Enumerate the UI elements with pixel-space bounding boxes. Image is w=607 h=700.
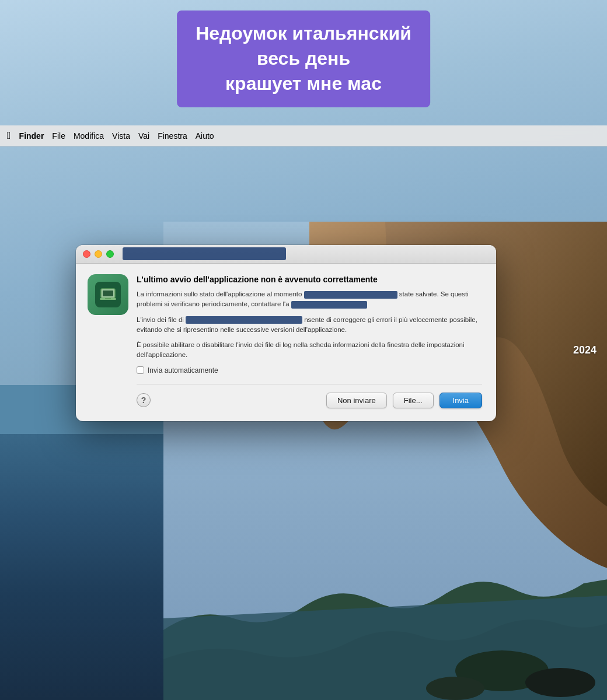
file-button[interactable]: File... [393,393,434,408]
svg-point-3 [426,677,484,700]
minimize-button[interactable] [95,250,102,258]
menubar-vai[interactable]: Vai [138,131,149,141]
censor-2 [291,301,367,309]
dialog-para3: È possibile abilitare o disabilitare l'i… [137,340,482,360]
titlebar-censor [123,247,286,260]
close-button[interactable] [83,250,90,258]
menubar-vista[interactable]: Vista [112,131,130,141]
desktop: 2024 Недоумок итальянский весь день краш… [0,0,607,700]
svg-rect-7 [105,298,111,299]
checkbox-row: Invia automaticamente [137,366,482,374]
auto-send-checkbox[interactable] [137,366,144,374]
menubar-aiuto[interactable]: Aiuto [196,131,214,141]
non-inviare-button[interactable]: Non inviare [326,393,387,408]
dialog-titlebar [76,245,496,264]
apple-menu-icon[interactable]:  [7,130,11,142]
svg-rect-5 [103,290,113,296]
menubar:  Finder File Modifica Vista Vai Finestr… [0,125,607,146]
year-label: 2024 [573,344,596,356]
dialog-body: L'ultimo avvio dell'applicazione non è a… [76,264,496,421]
censor-3 [186,316,302,324]
dialog-separator [137,384,482,384]
app-icon-bg [88,274,128,315]
menubar-finder[interactable]: Finder [19,131,44,141]
menubar-modifica[interactable]: Modifica [74,131,104,141]
dialog-para1: La informazioni sullo stato dell'applica… [137,289,482,310]
dialog-buttons: ? Non inviare File... Invia [137,390,482,411]
svg-point-2 [525,668,595,697]
dialog-para2: L'invio dei file di nsente di correggere… [137,315,482,335]
app-icon [88,274,128,315]
censor-1 [304,291,397,299]
invia-button[interactable]: Invia [439,393,482,408]
dialog-content: L'ultimo avvio dell'applicazione non è a… [88,274,482,411]
menubar-file[interactable]: File [52,131,65,141]
app-icon-inner [95,282,121,307]
menubar-finestra[interactable]: Finestra [158,131,187,141]
traffic-lights [83,250,114,258]
dialog-text-area: L'ultimo avvio dell'applicazione non è a… [137,274,482,411]
banner-overlay: Недоумок итальянский весь день крашует м… [177,10,430,107]
checkbox-label: Invia automaticamente [148,366,218,374]
crash-dialog: L'ultimo avvio dell'applicazione non è a… [76,245,496,421]
maximize-button[interactable] [106,250,114,258]
help-button[interactable]: ? [137,393,151,407]
banner-text: Недоумок итальянский весь день крашует м… [196,21,411,97]
button-group: Non inviare File... Invia [326,393,482,408]
dialog-title: L'ultimo avvio dell'applicazione non è a… [137,274,482,285]
